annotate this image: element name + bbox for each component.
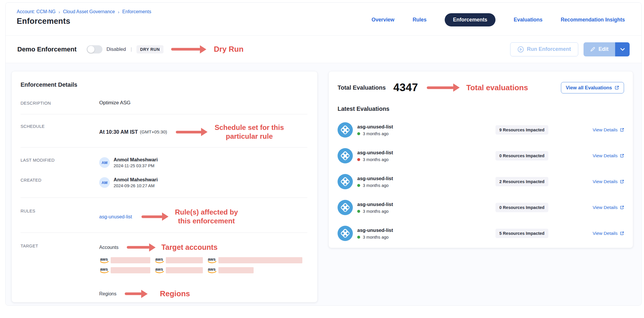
description-label: DESCRIPTION xyxy=(21,100,99,106)
status-dot xyxy=(357,132,360,135)
aws-logo-icon: aws xyxy=(207,257,218,264)
edit-dropdown-button[interactable] xyxy=(615,42,630,56)
resources-impacted-badge: 5 Resources Impacted xyxy=(495,229,548,238)
divider xyxy=(21,232,307,233)
aws-account-item: aws xyxy=(99,257,150,264)
resources-impacted-badge: 2 Resources Impacted xyxy=(495,177,548,186)
annotation-rules: Rule(s) affected by this enforcement xyxy=(175,208,238,225)
annotation-arrow xyxy=(127,243,156,252)
tab-evaluations[interactable]: Evaluations xyxy=(514,17,542,23)
page-title: Enforcements xyxy=(17,17,70,26)
description-row: DESCRIPTION Optimize ASG xyxy=(21,100,307,106)
annotation-arrow xyxy=(171,45,206,53)
asg-rule-icon xyxy=(338,226,353,241)
enforcement-toolbar: Demo Enforcement Disabled | DRY RUN Dry … xyxy=(6,36,641,63)
breadcrumb-module[interactable]: Cloud Asset Governance xyxy=(63,9,115,14)
annotation-regions: Regions xyxy=(160,289,190,299)
region-value: us-east-1 xyxy=(99,305,307,306)
view-details-link[interactable]: View Details xyxy=(593,153,624,158)
rules-label: RULES xyxy=(21,208,99,213)
asg-rule-icon xyxy=(338,148,353,163)
divider: | xyxy=(131,46,132,52)
target-row: TARGET Accounts Target accounts xyxy=(21,243,307,306)
target-accounts-list: aws aws xyxy=(99,257,307,274)
aws-logo-icon: aws xyxy=(99,267,110,274)
page-header: Account: CCM-NG › Cloud Asset Governance… xyxy=(6,3,641,36)
annotation-arrow xyxy=(125,290,148,298)
view-all-evaluations-label: View all Evaluations xyxy=(566,85,612,91)
view-details-link[interactable]: View Details xyxy=(593,179,624,184)
view-details-link[interactable]: View Details xyxy=(593,231,624,236)
last-modified-row: LAST MODIFIED AM Anmol Maheshwari 2024-1… xyxy=(21,157,307,168)
created-row: CREATED AM Anmol Maheshwari 2024-09-26 1… xyxy=(21,177,307,188)
evaluations-card: Total Evaluations 4347 Total evaluations… xyxy=(328,71,633,248)
view-all-evaluations-button[interactable]: View all Evaluations xyxy=(561,82,624,93)
svg-text:aws: aws xyxy=(208,257,216,262)
redacted-account-id xyxy=(218,257,302,263)
status-dot xyxy=(357,236,360,239)
external-link-icon xyxy=(620,205,624,210)
content-area: Enforcement Details DESCRIPTION Optimize… xyxy=(6,63,641,306)
view-details-link[interactable]: View Details xyxy=(593,205,624,210)
annotation-arrow xyxy=(141,212,168,221)
svg-text:aws: aws xyxy=(100,267,108,272)
annotation-dry-run: Dry Run xyxy=(214,44,244,54)
status-dot xyxy=(357,210,360,213)
asg-rule-icon xyxy=(338,122,353,138)
chevron-down-icon xyxy=(620,48,625,51)
divider xyxy=(21,198,307,198)
aws-logo-icon: aws xyxy=(154,267,165,274)
aws-account-item: aws xyxy=(207,267,254,274)
breadcrumb-page[interactable]: Enforcements xyxy=(122,9,151,14)
total-evaluations-label: Total Evaluations xyxy=(338,84,386,91)
resources-impacted-badge: 0 Resources Impacted xyxy=(495,203,548,212)
dry-run-badge: DRY RUN xyxy=(136,45,163,53)
evaluation-time-ago: 3 months ago xyxy=(363,183,389,188)
rule-link[interactable]: asg-unused-list xyxy=(99,214,132,220)
evaluation-row: asg-unused-list 3 months ago 2 Resources… xyxy=(338,174,624,189)
asg-rule-icon xyxy=(338,200,353,215)
breadcrumb-account[interactable]: Account: CCM-NG xyxy=(17,9,55,14)
evaluation-rule-name[interactable]: asg-unused-list xyxy=(357,227,393,233)
run-enforcement-button[interactable]: Run Enforcement xyxy=(510,42,578,56)
schedule-row: SCHEDULE At 10:30 AM IST (GMT+05:30) Sch… xyxy=(21,123,307,141)
external-link-icon xyxy=(615,86,619,90)
created-user: Anmol Maheshwari xyxy=(114,177,158,183)
pencil-icon xyxy=(590,46,596,52)
tab-overview[interactable]: Overview xyxy=(372,17,395,23)
svg-text:aws: aws xyxy=(155,267,163,272)
latest-evaluations-heading: Latest Evaluations xyxy=(338,106,624,112)
redacted-account-id xyxy=(111,257,150,263)
toolbar-actions: Run Enforcement Edit xyxy=(510,42,630,56)
aws-logo-icon: aws xyxy=(207,267,218,274)
view-details-link[interactable]: View Details xyxy=(593,127,624,133)
schedule-timezone: (GMT+05:30) xyxy=(140,129,167,135)
enabled-toggle[interactable] xyxy=(87,45,102,53)
tab-rules[interactable]: Rules xyxy=(413,17,427,23)
tab-recommendation-insights[interactable]: Recommendation Insights xyxy=(561,17,625,23)
asg-rule-icon xyxy=(338,174,353,189)
annotation-schedule: Schedule set for this particular rule xyxy=(215,123,284,141)
annotation-arrow xyxy=(427,83,460,92)
evaluation-rule-name[interactable]: asg-unused-list xyxy=(357,150,393,155)
annotation-accounts: Target accounts xyxy=(161,243,218,252)
rules-row: RULES asg-unused-list Rule(s) affected b… xyxy=(21,208,307,225)
evaluation-rule-name[interactable]: asg-unused-list xyxy=(357,124,393,130)
accounts-label: Accounts xyxy=(99,245,119,250)
edit-split-button: Edit xyxy=(584,42,630,56)
chevron-right-icon: › xyxy=(118,9,119,14)
evaluation-rule-name[interactable]: asg-unused-list xyxy=(357,202,393,207)
redacted-account-id xyxy=(111,267,150,273)
status-dot xyxy=(357,184,360,187)
divider xyxy=(21,147,307,148)
redacted-account-id xyxy=(166,267,203,273)
evaluation-time-ago: 3 months ago xyxy=(363,131,389,136)
evaluation-rule-name[interactable]: asg-unused-list xyxy=(357,176,393,181)
enforcement-name: Demo Enforcement xyxy=(17,46,77,53)
total-evaluations-row: Total Evaluations 4347 Total evaluations… xyxy=(338,81,624,94)
tab-enforcements[interactable]: Enforcements xyxy=(445,13,495,26)
edit-button[interactable]: Edit xyxy=(584,42,615,56)
last-modified-user: Anmol Maheshwari xyxy=(114,157,158,163)
aws-account-item: aws xyxy=(99,267,150,274)
breadcrumb: Account: CCM-NG › Cloud Asset Governance… xyxy=(17,9,151,14)
